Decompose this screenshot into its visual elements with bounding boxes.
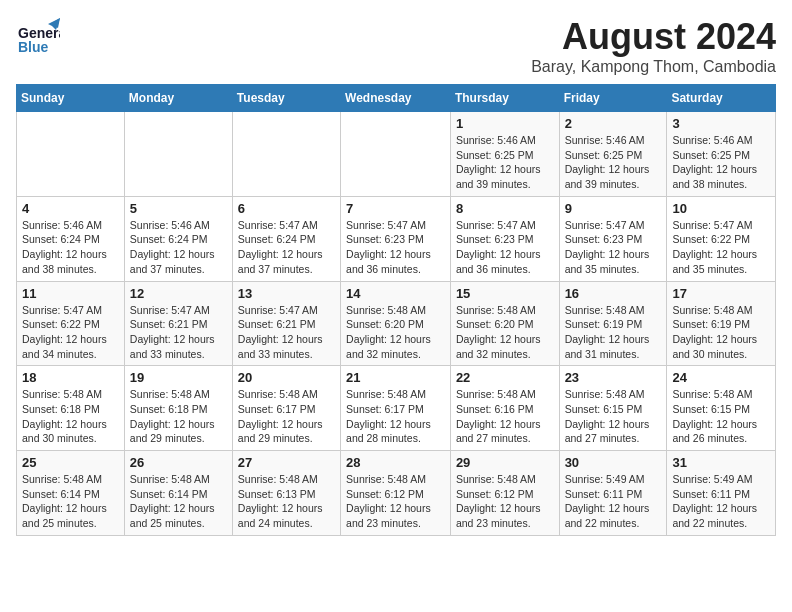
- calendar-cell: 18Sunrise: 5:48 AM Sunset: 6:18 PM Dayli…: [17, 366, 125, 451]
- day-detail: Sunrise: 5:48 AM Sunset: 6:18 PM Dayligh…: [130, 387, 227, 446]
- day-number: 5: [130, 201, 227, 216]
- calendar-cell: 10Sunrise: 5:47 AM Sunset: 6:22 PM Dayli…: [667, 196, 776, 281]
- weekday-header: Thursday: [450, 85, 559, 112]
- logo: General Blue: [16, 16, 60, 60]
- calendar-week-row: 4Sunrise: 5:46 AM Sunset: 6:24 PM Daylig…: [17, 196, 776, 281]
- weekday-row: SundayMondayTuesdayWednesdayThursdayFrid…: [17, 85, 776, 112]
- day-detail: Sunrise: 5:48 AM Sunset: 6:17 PM Dayligh…: [346, 387, 445, 446]
- calendar-cell: 13Sunrise: 5:47 AM Sunset: 6:21 PM Dayli…: [232, 281, 340, 366]
- day-number: 8: [456, 201, 554, 216]
- day-number: 12: [130, 286, 227, 301]
- day-number: 27: [238, 455, 335, 470]
- calendar-cell: 19Sunrise: 5:48 AM Sunset: 6:18 PM Dayli…: [124, 366, 232, 451]
- calendar-cell: 22Sunrise: 5:48 AM Sunset: 6:16 PM Dayli…: [450, 366, 559, 451]
- calendar-cell: 31Sunrise: 5:49 AM Sunset: 6:11 PM Dayli…: [667, 451, 776, 536]
- day-detail: Sunrise: 5:47 AM Sunset: 6:23 PM Dayligh…: [565, 218, 662, 277]
- day-number: 15: [456, 286, 554, 301]
- day-number: 6: [238, 201, 335, 216]
- day-detail: Sunrise: 5:46 AM Sunset: 6:25 PM Dayligh…: [565, 133, 662, 192]
- day-number: 19: [130, 370, 227, 385]
- calendar-cell: [124, 112, 232, 197]
- calendar-cell: 3Sunrise: 5:46 AM Sunset: 6:25 PM Daylig…: [667, 112, 776, 197]
- calendar-cell: 30Sunrise: 5:49 AM Sunset: 6:11 PM Dayli…: [559, 451, 667, 536]
- calendar-week-row: 11Sunrise: 5:47 AM Sunset: 6:22 PM Dayli…: [17, 281, 776, 366]
- calendar-cell: 1Sunrise: 5:46 AM Sunset: 6:25 PM Daylig…: [450, 112, 559, 197]
- day-number: 23: [565, 370, 662, 385]
- svg-text:Blue: Blue: [18, 39, 49, 55]
- day-number: 2: [565, 116, 662, 131]
- weekday-header: Tuesday: [232, 85, 340, 112]
- day-detail: Sunrise: 5:47 AM Sunset: 6:21 PM Dayligh…: [130, 303, 227, 362]
- calendar-cell: 12Sunrise: 5:47 AM Sunset: 6:21 PM Dayli…: [124, 281, 232, 366]
- calendar-table: SundayMondayTuesdayWednesdayThursdayFrid…: [16, 84, 776, 536]
- day-number: 1: [456, 116, 554, 131]
- day-detail: Sunrise: 5:48 AM Sunset: 6:20 PM Dayligh…: [456, 303, 554, 362]
- calendar-cell: 16Sunrise: 5:48 AM Sunset: 6:19 PM Dayli…: [559, 281, 667, 366]
- logo-icon: General Blue: [16, 16, 60, 60]
- weekday-header: Sunday: [17, 85, 125, 112]
- calendar-cell: 2Sunrise: 5:46 AM Sunset: 6:25 PM Daylig…: [559, 112, 667, 197]
- calendar-cell: 6Sunrise: 5:47 AM Sunset: 6:24 PM Daylig…: [232, 196, 340, 281]
- calendar-cell: 8Sunrise: 5:47 AM Sunset: 6:23 PM Daylig…: [450, 196, 559, 281]
- calendar-cell: 20Sunrise: 5:48 AM Sunset: 6:17 PM Dayli…: [232, 366, 340, 451]
- day-detail: Sunrise: 5:48 AM Sunset: 6:12 PM Dayligh…: [456, 472, 554, 531]
- calendar-cell: 17Sunrise: 5:48 AM Sunset: 6:19 PM Dayli…: [667, 281, 776, 366]
- day-number: 3: [672, 116, 770, 131]
- day-number: 11: [22, 286, 119, 301]
- page-header: General Blue August 2024 Baray, Kampong …: [16, 16, 776, 76]
- day-detail: Sunrise: 5:48 AM Sunset: 6:15 PM Dayligh…: [672, 387, 770, 446]
- day-detail: Sunrise: 5:46 AM Sunset: 6:25 PM Dayligh…: [456, 133, 554, 192]
- calendar-cell: 11Sunrise: 5:47 AM Sunset: 6:22 PM Dayli…: [17, 281, 125, 366]
- day-detail: Sunrise: 5:47 AM Sunset: 6:21 PM Dayligh…: [238, 303, 335, 362]
- day-detail: Sunrise: 5:47 AM Sunset: 6:24 PM Dayligh…: [238, 218, 335, 277]
- day-detail: Sunrise: 5:48 AM Sunset: 6:20 PM Dayligh…: [346, 303, 445, 362]
- day-detail: Sunrise: 5:48 AM Sunset: 6:16 PM Dayligh…: [456, 387, 554, 446]
- calendar-cell: 9Sunrise: 5:47 AM Sunset: 6:23 PM Daylig…: [559, 196, 667, 281]
- weekday-header: Friday: [559, 85, 667, 112]
- calendar-cell: 7Sunrise: 5:47 AM Sunset: 6:23 PM Daylig…: [341, 196, 451, 281]
- day-number: 26: [130, 455, 227, 470]
- day-detail: Sunrise: 5:47 AM Sunset: 6:22 PM Dayligh…: [672, 218, 770, 277]
- day-detail: Sunrise: 5:46 AM Sunset: 6:24 PM Dayligh…: [22, 218, 119, 277]
- day-detail: Sunrise: 5:48 AM Sunset: 6:13 PM Dayligh…: [238, 472, 335, 531]
- day-detail: Sunrise: 5:48 AM Sunset: 6:17 PM Dayligh…: [238, 387, 335, 446]
- day-detail: Sunrise: 5:46 AM Sunset: 6:25 PM Dayligh…: [672, 133, 770, 192]
- calendar-cell: [232, 112, 340, 197]
- calendar-cell: [17, 112, 125, 197]
- day-detail: Sunrise: 5:46 AM Sunset: 6:24 PM Dayligh…: [130, 218, 227, 277]
- day-number: 30: [565, 455, 662, 470]
- month-year: August 2024: [531, 16, 776, 58]
- calendar-week-row: 25Sunrise: 5:48 AM Sunset: 6:14 PM Dayli…: [17, 451, 776, 536]
- calendar-cell: 25Sunrise: 5:48 AM Sunset: 6:14 PM Dayli…: [17, 451, 125, 536]
- day-detail: Sunrise: 5:49 AM Sunset: 6:11 PM Dayligh…: [672, 472, 770, 531]
- day-detail: Sunrise: 5:48 AM Sunset: 6:19 PM Dayligh…: [565, 303, 662, 362]
- day-detail: Sunrise: 5:47 AM Sunset: 6:22 PM Dayligh…: [22, 303, 119, 362]
- day-detail: Sunrise: 5:48 AM Sunset: 6:14 PM Dayligh…: [22, 472, 119, 531]
- calendar-body: 1Sunrise: 5:46 AM Sunset: 6:25 PM Daylig…: [17, 112, 776, 536]
- day-number: 10: [672, 201, 770, 216]
- day-number: 16: [565, 286, 662, 301]
- day-number: 22: [456, 370, 554, 385]
- day-detail: Sunrise: 5:48 AM Sunset: 6:12 PM Dayligh…: [346, 472, 445, 531]
- day-number: 4: [22, 201, 119, 216]
- calendar-cell: 28Sunrise: 5:48 AM Sunset: 6:12 PM Dayli…: [341, 451, 451, 536]
- calendar-cell: 14Sunrise: 5:48 AM Sunset: 6:20 PM Dayli…: [341, 281, 451, 366]
- day-number: 28: [346, 455, 445, 470]
- location: Baray, Kampong Thom, Cambodia: [531, 58, 776, 76]
- calendar-cell: 23Sunrise: 5:48 AM Sunset: 6:15 PM Dayli…: [559, 366, 667, 451]
- title-area: August 2024 Baray, Kampong Thom, Cambodi…: [531, 16, 776, 76]
- calendar-cell: 21Sunrise: 5:48 AM Sunset: 6:17 PM Dayli…: [341, 366, 451, 451]
- day-number: 9: [565, 201, 662, 216]
- calendar-cell: 5Sunrise: 5:46 AM Sunset: 6:24 PM Daylig…: [124, 196, 232, 281]
- day-number: 17: [672, 286, 770, 301]
- weekday-header: Monday: [124, 85, 232, 112]
- day-number: 24: [672, 370, 770, 385]
- day-detail: Sunrise: 5:48 AM Sunset: 6:18 PM Dayligh…: [22, 387, 119, 446]
- weekday-header: Wednesday: [341, 85, 451, 112]
- day-number: 31: [672, 455, 770, 470]
- day-detail: Sunrise: 5:49 AM Sunset: 6:11 PM Dayligh…: [565, 472, 662, 531]
- calendar-cell: 26Sunrise: 5:48 AM Sunset: 6:14 PM Dayli…: [124, 451, 232, 536]
- day-number: 29: [456, 455, 554, 470]
- calendar-week-row: 18Sunrise: 5:48 AM Sunset: 6:18 PM Dayli…: [17, 366, 776, 451]
- day-number: 14: [346, 286, 445, 301]
